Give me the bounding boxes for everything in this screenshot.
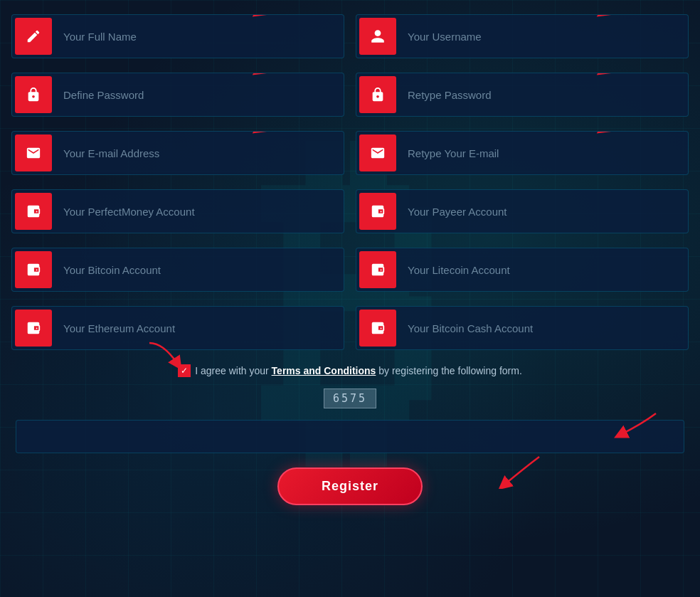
full-name-input[interactable] [55,21,344,53]
email-icon-2 [359,134,396,171]
username-input[interactable] [399,21,688,53]
litecoin-field [356,248,689,292]
lock-icon-1 [15,76,52,113]
user-icon [359,18,396,55]
row-4 [11,189,689,233]
registration-form: I agree with your Terms and Conditions b… [0,0,700,519]
password-field [11,73,344,117]
password-input[interactable] [55,79,344,111]
row-5 [11,248,689,292]
terms-text: I agree with your Terms and Conditions b… [195,365,522,376]
row-2 [11,73,689,117]
bitcoin-cash-input[interactable] [399,312,688,344]
wallet-icon-3 [15,251,52,288]
retype-email-input[interactable] [399,137,688,169]
perfect-money-input[interactable] [55,196,344,228]
bitcoin-input[interactable] [55,254,344,286]
edit-icon [15,18,52,55]
row-1 [11,14,689,58]
register-button[interactable]: Register [277,467,423,505]
payeer-input[interactable] [399,196,688,228]
wallet-icon-5 [15,310,52,347]
litecoin-input[interactable] [399,254,688,286]
username-field [356,14,689,58]
lock-icon-2 [359,76,396,113]
bitcoin-cash-field [356,306,689,350]
bitcoin-field [11,248,344,292]
terms-section: I agree with your Terms and Conditions b… [11,364,689,377]
captcha-code: 6575 [324,389,376,408]
payeer-field [356,189,689,233]
retype-password-input[interactable] [399,79,688,111]
wallet-icon-1 [15,193,52,230]
terms-checkbox[interactable] [178,364,191,377]
wallet-icon-4 [359,251,396,288]
captcha-input[interactable] [16,420,684,453]
full-name-field [11,14,344,58]
captcha-section: 6575 [11,389,689,453]
perfect-money-field [11,189,344,233]
row-3 [11,131,689,175]
ethereum-field [11,306,344,350]
email-icon-1 [15,134,52,171]
retype-password-field [356,73,689,117]
register-section: Register [11,467,689,505]
retype-email-field [356,131,689,175]
email-input[interactable] [55,137,344,169]
email-field [11,131,344,175]
ethereum-input[interactable] [55,312,344,344]
wallet-icon-2 [359,193,396,230]
row-6 [11,306,689,350]
wallet-icon-6 [359,310,396,347]
terms-link[interactable]: Terms and Conditions [272,365,376,376]
